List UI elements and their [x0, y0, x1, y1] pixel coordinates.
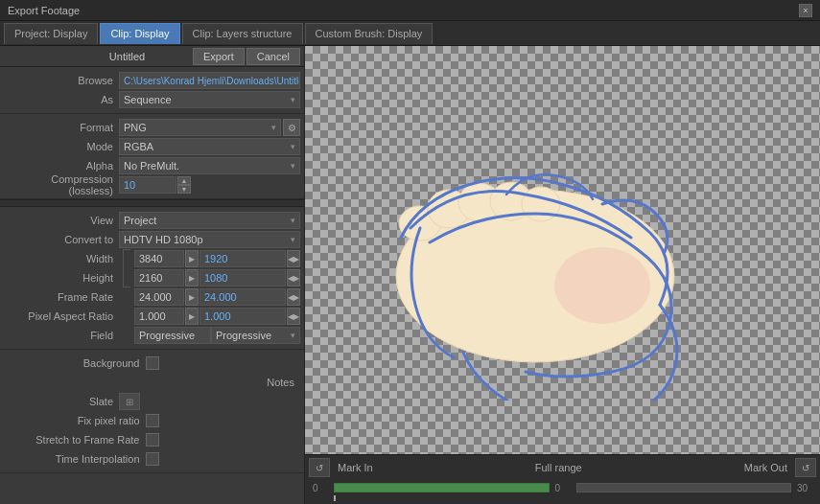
height-left-value: 2160	[134, 269, 184, 286]
browse-path[interactable]: C:\Users\Konrad Hjemli\Downloads\Untitle…	[119, 72, 300, 89]
mark-out-value: 30	[793, 483, 816, 493]
main-layout: Untitled Export Cancel Browse C:\Users\K…	[0, 46, 820, 504]
height-right-btn[interactable]: ◀▶	[287, 269, 300, 286]
alpha-value: No PreMult.	[124, 160, 179, 172]
header-row: Untitled Export Cancel	[0, 46, 304, 67]
height-row: Height 2160 ▶ 1080 ◀▶	[0, 268, 304, 287]
notes-label: Notes	[4, 377, 300, 388]
browse-section: Browse C:\Users\Konrad Hjemli\Downloads\…	[0, 67, 304, 114]
tab-clip-layers[interactable]: Clip: Layers structure	[182, 23, 303, 44]
pixel-aspect-label: Pixel Aspect Ratio	[4, 310, 119, 322]
time-interpolation-row: Time Interpolation	[0, 449, 304, 469]
mark-out-track[interactable]	[576, 483, 792, 493]
mark-in-refresh-btn[interactable]: ↺	[309, 458, 330, 477]
time-interpolation-label: Time Interpolation	[4, 453, 146, 465]
slate-icon[interactable]: ⊞	[119, 393, 140, 410]
pixel-aspect-right-btn[interactable]: ◀▶	[287, 308, 300, 325]
height-right-value[interactable]: 1080	[199, 269, 286, 286]
convert-section: View Project Convert to HDTV HD 1080p Wi…	[0, 207, 304, 350]
pixel-aspect-left-value: 1.000	[134, 308, 184, 325]
notes-row: Notes	[0, 373, 304, 392]
as-select[interactable]: Sequence	[119, 91, 300, 108]
mode-value: RGBA	[124, 141, 153, 152]
field-right-select[interactable]: Progressive ▾	[211, 327, 300, 344]
alpha-select[interactable]: No PreMult.	[119, 157, 300, 174]
frame-rate-row: Frame Rate 24.000 ▶ 24.000 ◀▶	[0, 287, 304, 307]
full-range-value: 0	[551, 483, 574, 493]
format-select[interactable]: PNG	[119, 119, 281, 136]
compression-down-arrow[interactable]: ▼	[177, 185, 191, 194]
frame-rate-arrow-btn[interactable]: ▶	[185, 288, 199, 306]
format-label: Format	[4, 122, 119, 133]
format-gear-icon[interactable]: ⚙	[283, 119, 300, 136]
field-left-value: Progressive	[134, 327, 211, 344]
height-label: Height	[4, 272, 119, 284]
pixel-aspect-arrow-btn[interactable]: ▶	[185, 308, 199, 325]
frame-rate-label: Frame Rate	[4, 291, 119, 303]
full-range-track[interactable]	[334, 483, 550, 493]
format-row: Format PNG ⚙	[0, 118, 304, 137]
format-value: PNG	[124, 122, 147, 133]
right-bottom-bar: ↺ Mark In Full range Mark Out ↺ 0 0 30	[305, 454, 820, 504]
mode-select[interactable]: RGBA	[119, 138, 300, 155]
browse-row: Browse C:\Users\Konrad Hjemli\Downloads\…	[0, 71, 304, 90]
slate-label: Slate	[4, 396, 119, 407]
frame-rate-right-btn[interactable]: ◀▶	[287, 288, 300, 306]
field-right-value: Progressive	[216, 330, 271, 341]
background-checkbox[interactable]	[146, 356, 159, 370]
format-section: Format PNG ⚙ Mode RGBA Alpha No PreMult.	[0, 114, 304, 199]
slate-row: Slate ⊞	[0, 392, 304, 411]
tab-clip-display[interactable]: Clip: Display	[100, 23, 179, 44]
alpha-row: Alpha No PreMult.	[0, 156, 304, 175]
width-right-value[interactable]: 1920	[199, 250, 286, 267]
stretch-frame-rate-row: Stretch to Frame Rate	[0, 430, 304, 449]
mark-in-label: Mark In	[334, 462, 377, 473]
field-dropdown-icon: ▾	[291, 331, 295, 340]
compression-row: Compression (lossless) 10 ▲ ▼	[0, 175, 304, 195]
compression-up-arrow[interactable]: ▲	[177, 176, 191, 185]
playhead-row	[305, 495, 820, 503]
convert-to-label: Convert to	[4, 234, 119, 245]
mark-out-refresh-btn[interactable]: ↺	[795, 458, 816, 477]
as-value: Sequence	[124, 94, 172, 105]
field-row: Field Progressive Progressive ▾	[0, 326, 304, 345]
title-bar: Export Footage ×	[0, 0, 820, 21]
progress-row: 0 0 30	[305, 480, 820, 495]
width-left-value: 3840	[134, 250, 184, 267]
convert-to-row: Convert to HDTV HD 1080p	[0, 230, 304, 249]
extra-section: Background Notes Slate ⊞ Fix pixel ratio	[0, 350, 304, 473]
width-label: Width	[4, 253, 119, 264]
tabs-row: Project: Display Clip: Display Clip: Lay…	[0, 21, 820, 46]
view-select[interactable]: Project	[119, 212, 300, 229]
stretch-frame-rate-checkbox[interactable]	[146, 433, 159, 447]
convert-to-value: HDTV HD 1080p	[124, 234, 203, 245]
background-row: Background	[0, 354, 304, 373]
left-panel: Untitled Export Cancel Browse C:\Users\K…	[0, 46, 305, 504]
width-row: Width 3840 ▶ 1920 ◀▶	[0, 249, 304, 268]
mark-out-label: Mark Out	[740, 462, 791, 473]
window-title: Export Footage	[8, 5, 80, 16]
export-button[interactable]: Export	[193, 48, 245, 65]
view-label: View	[4, 215, 119, 226]
width-arrow-btn[interactable]: ▶	[185, 250, 199, 267]
fix-pixel-ratio-label: Fix pixel ratio	[4, 415, 146, 426]
height-arrow-btn[interactable]: ▶	[185, 269, 199, 286]
view-value: Project	[124, 215, 156, 226]
mode-row: Mode RGBA	[0, 137, 304, 156]
frame-rate-right-value[interactable]: 24.000	[199, 288, 286, 306]
width-right-btn[interactable]: ◀▶	[287, 250, 300, 267]
browse-label: Browse	[4, 75, 119, 86]
close-button[interactable]: ×	[799, 4, 812, 17]
tab-custom-brush[interactable]: Custom Brush: Display	[305, 23, 433, 44]
left-scroll-area: Browse C:\Users\Konrad Hjemli\Downloads\…	[0, 67, 304, 504]
time-interpolation-checkbox[interactable]	[146, 452, 159, 466]
export-title: Untitled	[61, 51, 193, 62]
cancel-button[interactable]: Cancel	[246, 48, 300, 65]
tab-project-display[interactable]: Project: Display	[4, 23, 98, 44]
fix-pixel-ratio-checkbox[interactable]	[146, 414, 159, 427]
convert-to-select[interactable]: HDTV HD 1080p	[119, 231, 300, 248]
compression-value[interactable]: 10	[119, 176, 176, 194]
separator-1	[0, 199, 304, 207]
pixel-aspect-right-value[interactable]: 1.000	[199, 308, 286, 325]
alpha-label: Alpha	[4, 160, 119, 172]
